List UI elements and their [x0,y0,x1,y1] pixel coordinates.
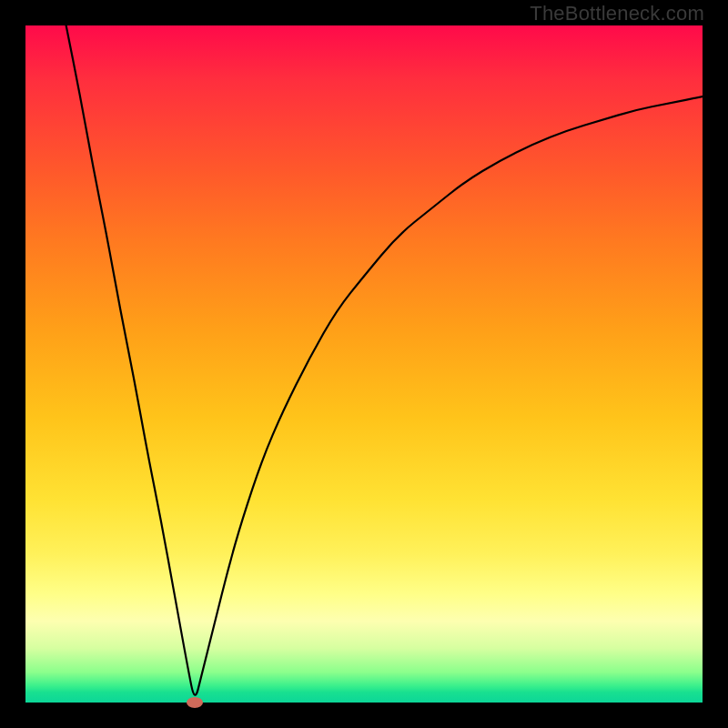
bottleneck-curve [66,25,703,695]
plot-area [25,25,703,703]
chart-frame: TheBottleneck.com [0,0,728,728]
minimum-marker [187,697,203,708]
curve-svg [25,25,703,703]
watermark-text: TheBottleneck.com [530,2,704,25]
